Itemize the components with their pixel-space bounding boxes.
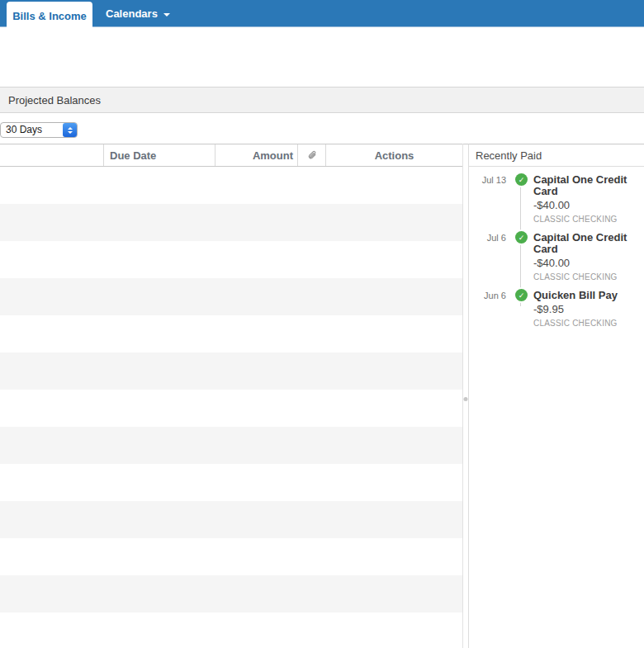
payment-payee: Quicken Bill Pay (533, 290, 644, 301)
table-row (0, 204, 462, 241)
payment-amount: -$40.00 (533, 258, 644, 269)
tab-calendars-label: Calendars (106, 7, 158, 20)
column-header-actions[interactable]: Actions (325, 144, 462, 166)
bills-table-rows (0, 167, 462, 648)
tab-calendars[interactable]: Calendars (106, 0, 170, 27)
splitter-handle-icon[interactable] (464, 397, 468, 401)
column-header-attachment[interactable] (297, 144, 325, 166)
top-tab-bar: Calendars (0, 0, 644, 27)
bills-table-header: Due Date Amount Actions (0, 144, 462, 167)
column-header-name[interactable] (0, 144, 103, 166)
projected-balances-bar: Projected Balances (0, 87, 644, 113)
select-stepper-icon (63, 123, 77, 137)
tab-bills-income[interactable]: Bills & Income (7, 2, 92, 30)
paid-check-icon: ✓ (515, 231, 528, 244)
recently-paid-header: Recently Paid (469, 144, 644, 167)
recently-paid-panel: Recently Paid Jul 13 ✓ Capital One Credi… (469, 144, 644, 648)
table-row (0, 167, 462, 204)
table-row (0, 352, 462, 390)
payment-amount: -$40.00 (533, 200, 644, 211)
payment-payee: Capital One Credit Card (533, 174, 644, 197)
table-row (0, 427, 462, 464)
chevron-down-icon (163, 13, 170, 17)
payment-amount: -$9.95 (533, 304, 644, 315)
payment-account: CLASSIC CHECKING (533, 215, 644, 225)
column-header-due-date[interactable]: Due Date (103, 144, 215, 166)
paid-check-icon: ✓ (515, 289, 528, 301)
list-item[interactable]: Jun 6 ✓ Quicken Bill Pay -$9.95 CLASSIC … (469, 290, 644, 329)
column-header-amount[interactable]: Amount (215, 144, 297, 166)
projected-balances-title: Projected Balances (8, 94, 101, 106)
payment-payee: Capital One Credit Card (533, 232, 644, 255)
table-row (0, 538, 462, 575)
table-row (0, 575, 462, 613)
list-item[interactable]: Jul 6 ✓ Capital One Credit Card -$40.00 … (469, 232, 644, 282)
table-row (0, 315, 462, 352)
bills-table: Due Date Amount Actions (0, 144, 463, 648)
list-item[interactable]: Jul 13 ✓ Capital One Credit Card -$40.00… (469, 174, 644, 225)
range-select[interactable]: 30 Days (0, 122, 78, 138)
main-content: Due Date Amount Actions (0, 144, 644, 648)
table-row (0, 613, 462, 648)
pane-splitter[interactable] (463, 144, 469, 648)
paid-check-icon: ✓ (515, 173, 528, 186)
payment-account: CLASSIC CHECKING (533, 272, 644, 282)
table-row (0, 241, 462, 278)
recently-paid-title: Recently Paid (476, 149, 542, 162)
table-row (0, 390, 462, 427)
payment-date: Jun 6 (469, 291, 506, 300)
payment-date: Jul 13 (469, 175, 506, 185)
table-row (0, 501, 462, 538)
tab-bills-income-label: Bills & Income (12, 10, 87, 22)
table-row (0, 464, 462, 501)
table-row (0, 278, 462, 315)
paperclip-icon (306, 149, 318, 161)
payment-date: Jul 6 (469, 233, 506, 243)
payment-account: CLASSIC CHECKING (533, 319, 644, 329)
recently-paid-list: Jul 13 ✓ Capital One Credit Card -$40.00… (469, 167, 644, 329)
